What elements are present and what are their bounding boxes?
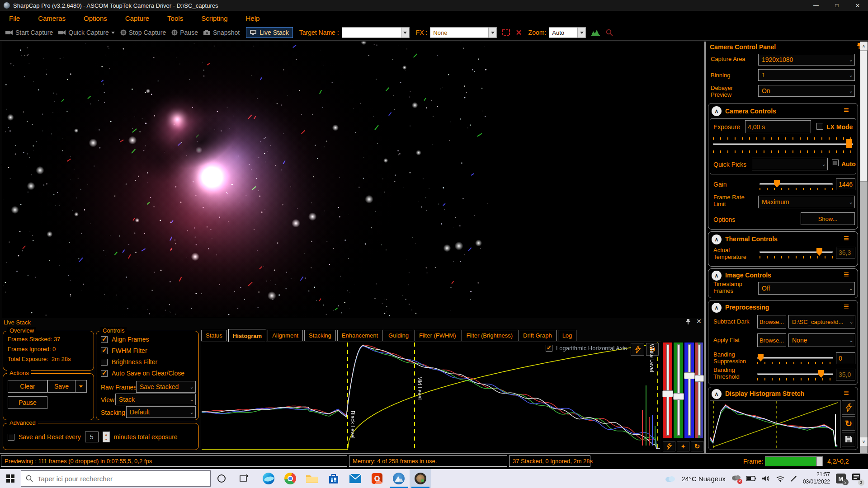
histogram-auto-button[interactable] xyxy=(663,441,675,451)
collapse-chevron-icon[interactable]: ∧ xyxy=(712,389,722,399)
auto-stretch-histogram-button[interactable] xyxy=(631,343,644,356)
apply-flat-select[interactable]: None xyxy=(788,333,855,347)
tab-enhancement[interactable]: Enhancement xyxy=(337,330,382,341)
scrollbar-thumb[interactable] xyxy=(860,51,868,182)
collapse-chevron-icon[interactable]: ∧ xyxy=(712,235,722,244)
align-frames-checkbox[interactable] xyxy=(101,336,108,343)
maximize-button[interactable]: □ xyxy=(826,0,847,11)
exposure-slider[interactable] xyxy=(713,143,853,145)
save-dropdown-button[interactable] xyxy=(75,380,87,393)
task-view-button[interactable] xyxy=(232,469,254,488)
target-name-select[interactable] xyxy=(342,27,410,38)
fwhm-filter-checkbox[interactable] xyxy=(101,347,108,354)
panel-scrollbar[interactable]: ∧ ∨ xyxy=(860,42,868,453)
taskbar-office[interactable] xyxy=(366,469,388,488)
scroll-down-icon[interactable]: ∨ xyxy=(860,437,868,446)
menu-scripting[interactable]: Scripting xyxy=(201,14,227,22)
taskbar-clock[interactable]: 21:57 03/01/2022 xyxy=(803,471,830,485)
capture-area-select[interactable]: 868x488 xyxy=(758,54,855,66)
close-panel-icon[interactable]: ✕ xyxy=(696,318,702,325)
menu-tools[interactable]: Tools xyxy=(167,14,183,22)
all-channels-bar[interactable] xyxy=(695,343,703,438)
apply-flat-browse-button[interactable]: Browse... xyxy=(757,333,786,347)
search-input[interactable] xyxy=(38,475,187,483)
taskbar-store[interactable] xyxy=(323,469,344,488)
spinner-up-icon[interactable]: ▲ xyxy=(103,432,109,437)
gain-slider[interactable] xyxy=(760,183,833,185)
section-menu-icon[interactable] xyxy=(844,302,849,311)
histogram-tool-button[interactable] xyxy=(591,29,600,36)
stretch-histogram[interactable] xyxy=(710,400,841,448)
green-channel-bar[interactable] xyxy=(674,343,683,438)
collapse-chevron-icon[interactable]: ∧ xyxy=(712,271,722,281)
stacking-select[interactable]: Default xyxy=(126,406,196,418)
banding-suppression-slider[interactable] xyxy=(757,357,833,359)
brightness-filter-checkbox[interactable] xyxy=(101,359,108,366)
taskbar-mail[interactable] xyxy=(344,469,366,488)
debayer-preview-select[interactable]: On xyxy=(758,85,855,97)
zoom-select[interactable]: Auto xyxy=(549,27,586,38)
save-reset-checkbox[interactable] xyxy=(8,434,14,441)
save-stretch-button[interactable] xyxy=(842,432,855,446)
menu-options[interactable]: Options xyxy=(84,14,107,22)
save-button[interactable]: Save xyxy=(47,380,75,393)
fx-select[interactable]: None xyxy=(430,27,497,38)
taskbar-chrome[interactable] xyxy=(279,469,301,488)
tab-histogram[interactable]: Histogram xyxy=(228,329,266,342)
section-menu-icon[interactable] xyxy=(844,388,849,398)
snapshot-button[interactable]: Snapshot xyxy=(203,29,240,36)
spinner-down-icon[interactable]: ▼ xyxy=(103,437,109,442)
raw-frames-select[interactable]: Save Stacked xyxy=(136,381,196,393)
histogram-reset-button[interactable]: ↻ xyxy=(691,441,703,451)
tab-log[interactable]: Log xyxy=(558,330,577,341)
align-frames-row[interactable]: Align Frames xyxy=(101,336,149,343)
weather-text[interactable]: 24°C Nuageux xyxy=(681,475,726,483)
gain-value[interactable]: 1446 xyxy=(836,178,855,190)
frame-rate-limit-select[interactable]: Maximum xyxy=(758,196,855,208)
auto-save-row[interactable]: Auto Save on Clear/Close xyxy=(101,370,184,377)
pause-button[interactable]: Pause xyxy=(171,29,198,36)
tab-guiding[interactable]: Guiding xyxy=(384,330,413,341)
menu-help[interactable]: Help xyxy=(246,14,260,22)
cortana-button[interactable] xyxy=(211,469,232,488)
brightness-filter-row[interactable]: Brightness Filter xyxy=(101,358,157,366)
fwhm-filter-row[interactable]: FWHM Filter xyxy=(101,347,147,354)
tab-alignment[interactable]: Alignment xyxy=(268,330,303,341)
view-select[interactable]: Stack xyxy=(115,394,196,405)
taskbar-astro-app[interactable] xyxy=(388,469,410,488)
menu-capture[interactable]: Capture xyxy=(125,14,149,22)
blue-level-handle[interactable] xyxy=(684,372,695,379)
taskbar-sharpcap[interactable] xyxy=(410,469,431,488)
collapse-chevron-icon[interactable]: ∧ xyxy=(712,106,722,116)
scroll-up-icon[interactable]: ∧ xyxy=(860,42,868,50)
live-stack-button[interactable]: Live Stack xyxy=(246,27,293,38)
auto-save-checkbox[interactable] xyxy=(101,370,108,377)
quick-picks-select[interactable] xyxy=(752,158,828,170)
onedrive-icon[interactable]: ✕ xyxy=(731,474,741,483)
log-axis-checkbox[interactable] xyxy=(546,345,552,352)
section-menu-icon[interactable] xyxy=(844,234,849,243)
menu-file[interactable]: File xyxy=(9,14,20,22)
volume-icon[interactable] xyxy=(762,475,770,482)
exposure-slider-handle[interactable] xyxy=(846,139,852,148)
start-capture-button[interactable]: Start Capture xyxy=(5,29,53,36)
wifi-icon[interactable] xyxy=(776,476,784,482)
tab-filter-brightness[interactable]: Filter (Brightness) xyxy=(462,330,517,341)
banding-suppression-value[interactable]: 0 xyxy=(836,352,855,364)
tab-status[interactable]: Status xyxy=(201,330,227,341)
red-level-handle[interactable] xyxy=(662,390,673,397)
messaging-tray-icon[interactable]: M 2 xyxy=(836,474,846,483)
exposure-input[interactable]: 4,00 s xyxy=(745,120,811,133)
lx-mode-checkbox[interactable] xyxy=(816,123,823,130)
reset-stretch-button[interactable]: ↻ xyxy=(842,416,855,431)
tab-filter-fwhm[interactable]: Filter (FWHM) xyxy=(415,330,461,341)
battery-icon[interactable] xyxy=(746,476,756,481)
tab-stacking[interactable]: Stacking xyxy=(304,330,336,341)
subtract-dark-browse-button[interactable]: Browse... xyxy=(757,315,786,328)
stop-capture-button[interactable]: Stop Capture xyxy=(120,29,166,36)
menu-cameras[interactable]: Cameras xyxy=(38,14,66,22)
save-reset-minutes-input[interactable]: 5 xyxy=(85,432,99,442)
taskbar-explorer[interactable] xyxy=(301,469,323,488)
quick-capture-button[interactable]: Quick Capture xyxy=(58,29,114,36)
taskbar-search[interactable] xyxy=(21,470,211,487)
